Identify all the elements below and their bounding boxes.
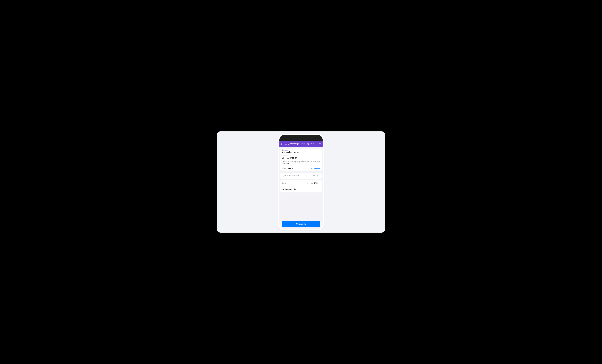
date-card: Дата 21 дек. 2022 г. Бетонные работы [280, 180, 322, 193]
date-value: 21 дек. 2022 г. [307, 182, 320, 184]
phone-frame: Отменить Предварительный расчет ? Заказч… [278, 134, 324, 230]
amount-label: Сумма получателю [282, 174, 299, 177]
description-row[interactable]: Бетонные работы [280, 186, 322, 193]
status-bar [280, 135, 322, 141]
content-area: Заказчик Иванов Константин Проект 25 | Ж… [280, 147, 322, 229]
amount-card: Сумма получателю 311 800 [280, 173, 322, 179]
expense-label: Статья расходов (Предв. расчет будет сох… [282, 161, 320, 162]
expense-field[interactable]: Статья расходов (Предв. расчет будет сох… [280, 160, 322, 166]
positions-row: Позиции (6) Изменить [280, 166, 322, 171]
date-label: Дата [282, 182, 286, 184]
save-button-container: Сохранить [282, 221, 320, 227]
project-value: 25 | ЖК «Москва» [282, 157, 320, 159]
cancel-button[interactable]: Отменить [281, 143, 289, 145]
phone-screen: Отменить Предварительный расчет ? Заказч… [280, 135, 322, 229]
positions-edit-button[interactable]: Изменить [311, 167, 320, 170]
project-label: Проект [282, 155, 320, 157]
amount-row[interactable]: Сумма получателю 311 800 [280, 173, 322, 179]
customer-label: Заказчик [282, 149, 320, 151]
help-icon[interactable]: ? [319, 142, 321, 145]
customer-value: Иванов Константин [282, 151, 320, 153]
expense-value: Работы [282, 163, 320, 165]
date-row[interactable]: Дата 21 дек. 2022 г. [280, 180, 322, 186]
description-value: Бетонные работы [282, 188, 298, 190]
project-field[interactable]: Проект 25 | ЖК «Москва» [280, 154, 322, 160]
amount-value: 311 800 [313, 174, 320, 177]
save-button[interactable]: Сохранить [282, 221, 320, 227]
nav-bar: Отменить Предварительный расчет ? [280, 141, 322, 147]
page-title: Предварительный расчет [290, 143, 314, 145]
details-card: Заказчик Иванов Константин Проект 25 | Ж… [280, 149, 322, 171]
customer-field[interactable]: Заказчик Иванов Константин [280, 149, 322, 154]
positions-label: Позиции (6) [282, 167, 293, 170]
outer-frame: Отменить Предварительный расчет ? Заказч… [217, 131, 385, 233]
